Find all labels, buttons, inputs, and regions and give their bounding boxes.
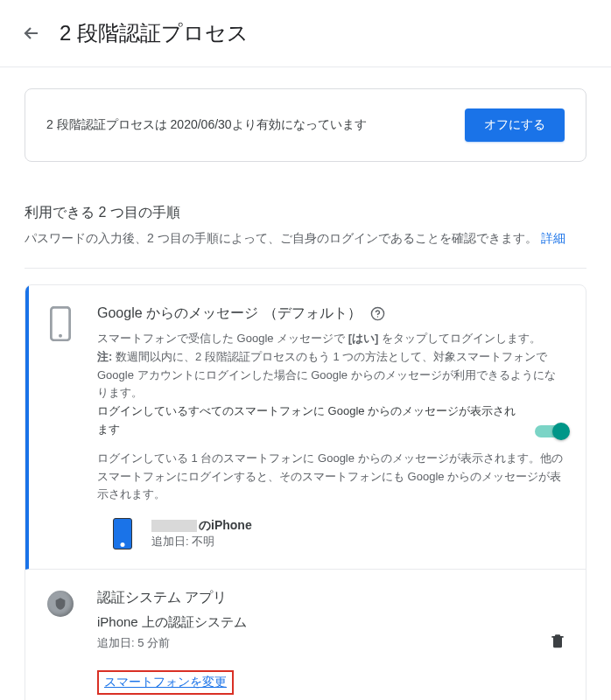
section-title: 利用できる 2 つ目の手順 — [25, 204, 586, 222]
prompts-desc-a: スマートフォンで受信した Google メッセージで — [97, 332, 348, 345]
detail-link[interactable]: 詳細 — [541, 231, 565, 245]
prompts-title: Google からのメッセージ （デフォルト） — [97, 304, 566, 323]
prompts-toggle[interactable] — [535, 425, 566, 438]
authenticator-subtitle: iPhone 上の認証システム — [97, 614, 542, 631]
prompts-yes-label: [はい] — [348, 332, 379, 345]
status-text: 2 段階認証プロセスは 2020/06/30より有効になっています — [46, 117, 367, 133]
delete-icon[interactable] — [549, 631, 566, 653]
authenticator-icon — [45, 591, 76, 622]
section-desc-text: パスワードの入力後、2 つ目の手順によって、ご自身のログインであることを確認でき… — [25, 231, 537, 245]
svg-point-1 — [59, 334, 62, 338]
section-description: パスワードの入力後、2 つ目の手順によって、ご自身のログインであることを確認でき… — [25, 231, 586, 247]
prompts-desc2: ログインしている 1 台のスマートフォンに Google からのメッセージが表示… — [97, 450, 566, 504]
device-name: のiPhone — [151, 518, 566, 534]
note-label: 注: — [97, 350, 112, 363]
page-title: 2 段階認証プロセス — [60, 19, 249, 47]
device-row: のiPhone 追加日: 不明 — [97, 518, 566, 550]
phone-icon — [45, 306, 76, 338]
device-thumbnail-icon — [113, 518, 132, 550]
status-card: 2 段階認証プロセスは 2020/06/30より有効になっています オフにする — [25, 88, 586, 162]
divider — [25, 268, 586, 269]
turn-off-button[interactable]: オフにする — [465, 108, 565, 142]
redacted-block — [151, 520, 197, 532]
google-prompts-method: Google からのメッセージ （デフォルト） スマートフォンで受信した Goo… — [25, 285, 586, 570]
help-icon[interactable] — [370, 306, 385, 321]
prompts-desc-b: をタップしてログインします。 — [378, 332, 541, 345]
change-phone-link[interactable]: スマートフォンを変更 — [97, 670, 234, 695]
device-name-suffix: のiPhone — [199, 518, 252, 532]
prompts-title-text: Google からのメッセージ — [97, 304, 258, 323]
prompts-default-label: （デフォルト） — [263, 304, 362, 323]
authenticator-added: 追加日: 5 分前 — [97, 634, 542, 653]
prompts-bold-line: ログインしているすべてのスマートフォンに Google からのメッセージが表示さ… — [97, 402, 523, 439]
device-added-date: 追加日: 不明 — [151, 534, 566, 550]
svg-point-3 — [377, 316, 378, 317]
back-arrow-icon[interactable] — [21, 23, 42, 44]
prompts-description: スマートフォンで受信した Google メッセージで [はい] をタップしてログ… — [97, 330, 566, 402]
authenticator-title: 認証システム アプリ — [97, 589, 542, 607]
note-text: 数週間以内に、2 段階認証プロセスのもう 1 つの方法として、対象スマートフォン… — [97, 350, 556, 400]
authenticator-method: 認証システム アプリ iPhone 上の認証システム 追加日: 5 分前 スマー… — [25, 570, 586, 700]
